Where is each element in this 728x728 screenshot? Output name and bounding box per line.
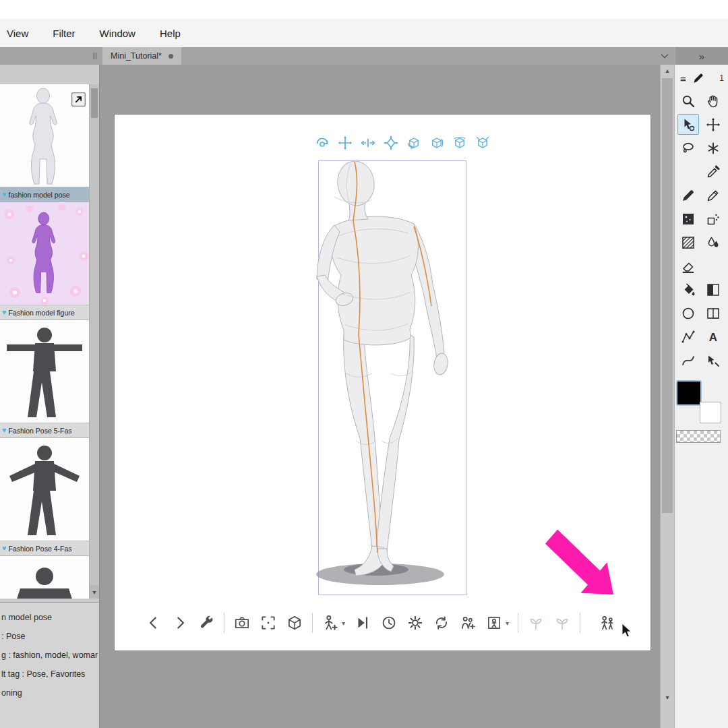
mouse-cursor — [620, 623, 634, 639]
materials-scrollbar-thumb[interactable] — [91, 88, 98, 118]
toolbar-separator — [580, 613, 580, 633]
cube-rotate-x-icon[interactable] — [429, 135, 445, 151]
scroll-up-arrow-icon[interactable]: ▴ — [661, 67, 674, 74]
document-tab-title: Mini_Tutorial* — [111, 51, 162, 61]
material-label-text: Fashion Pose 5-Fas — [9, 427, 72, 435]
main-color-swatch[interactable] — [676, 380, 702, 406]
tool-hatch[interactable] — [677, 232, 699, 253]
material-info-line: g : fashion, model, woman, girl — [1, 646, 98, 665]
chevron-right-icon[interactable] — [171, 614, 189, 632]
favorite-heart-icon: ♥ — [2, 309, 7, 316]
material-thumbnail[interactable] — [0, 320, 90, 423]
toolbar-separator — [224, 613, 224, 633]
tool-circle-shape[interactable] — [677, 303, 699, 324]
tool-size-value: 1 — [719, 73, 724, 83]
material-item[interactable] — [0, 556, 90, 599]
cube-rotate-z-icon[interactable] — [452, 135, 468, 151]
scroll-down-arrow-icon[interactable]: ▾ — [661, 694, 674, 701]
material-label: ♥Fashion Pose 5-Fas — [0, 423, 90, 438]
tool-eyedropper[interactable] — [702, 161, 724, 182]
modified-indicator — [169, 54, 173, 59]
material-info: n model pose: Poseg : fashion, model, wo… — [0, 602, 99, 728]
gear-icon[interactable] — [406, 614, 424, 632]
tab-overflow-button[interactable]: » — [675, 47, 728, 65]
tool-blend[interactable] — [702, 232, 724, 253]
clock-icon[interactable] — [380, 614, 398, 632]
tool-polyline[interactable] — [677, 326, 699, 347]
tool-pencil[interactable] — [702, 185, 724, 206]
dropdown-caret-icon[interactable]: ▾ — [506, 619, 509, 627]
wrench-icon[interactable] — [198, 614, 215, 632]
canvas-scrollbar[interactable]: ▴ ▾ — [660, 65, 674, 728]
tool-eraser[interactable] — [677, 255, 699, 276]
sub-color-swatch[interactable] — [700, 402, 721, 423]
material-item[interactable]: ♥Fashion Pose 5-Fas — [0, 320, 90, 438]
plant-right-icon[interactable] — [553, 614, 571, 632]
box-figure-icon[interactable] — [485, 614, 503, 632]
tool-pen[interactable] — [677, 185, 699, 206]
cube-free-icon[interactable] — [475, 135, 491, 151]
canvas-scrollbar-thumb[interactable] — [662, 78, 673, 513]
material-item[interactable]: ♥fashion model pose — [0, 84, 90, 202]
camera-zoom-icon[interactable] — [360, 135, 376, 151]
material-thumbnail[interactable] — [0, 556, 90, 599]
cube-rotate-y-icon[interactable] — [406, 135, 422, 151]
object-move-icon[interactable] — [383, 135, 399, 151]
menu-item-filter[interactable]: Filter — [53, 28, 75, 39]
crop-frame-icon[interactable] — [260, 614, 277, 632]
3d-figure[interactable] — [311, 156, 466, 598]
camera-pan-icon[interactable] — [337, 135, 353, 151]
camera-icon[interactable] — [233, 614, 251, 632]
chevron-down-icon[interactable] — [659, 51, 670, 61]
tool-magnifier[interactable] — [677, 90, 699, 111]
plant-left-icon[interactable] — [527, 614, 545, 632]
menu-item-help[interactable]: Help — [160, 28, 181, 39]
material-thumbnail[interactable] — [0, 202, 90, 305]
tool-curve[interactable] — [677, 350, 699, 371]
tool-gradient[interactable] — [702, 279, 724, 300]
rotate-cycle-icon[interactable] — [433, 614, 450, 632]
transparent-color-swatch[interactable] — [676, 430, 721, 443]
tool-move[interactable] — [702, 114, 724, 135]
materials-panel: ♥fashion model pose♥Fashion model figure… — [0, 65, 100, 728]
people-add-icon[interactable] — [459, 614, 477, 632]
chevron-left-icon[interactable] — [145, 614, 162, 632]
material-label: ♥Fashion model figure — [0, 305, 90, 320]
toolbar-separator — [518, 613, 518, 633]
tool-dark-brush[interactable] — [677, 208, 699, 229]
favorite-heart-icon: ♥ — [2, 191, 7, 198]
cube-icon[interactable] — [286, 614, 303, 632]
export-icon[interactable] — [70, 91, 87, 108]
tool-bucket[interactable] — [677, 279, 699, 300]
menu-hamburger-icon[interactable]: ≡ — [680, 73, 686, 84]
tool-object-select[interactable] — [677, 114, 699, 135]
dropdown-caret-icon[interactable]: ▾ — [342, 619, 345, 627]
scroll-down-arrow-icon[interactable]: ▾ — [90, 585, 99, 599]
material-item[interactable]: ♥Fashion model figure — [0, 202, 90, 320]
materials-list: ♥fashion model pose♥Fashion model figure… — [0, 84, 90, 599]
material-info-line: : Pose — [1, 627, 98, 646]
tool-decoration[interactable] — [702, 208, 724, 229]
tool-asterisk[interactable] — [702, 138, 724, 158]
material-thumbnail[interactable] — [0, 438, 90, 541]
people-pair-icon[interactable] — [599, 614, 616, 632]
tool-lasso[interactable] — [677, 138, 699, 158]
tool-flow-select[interactable] — [702, 350, 724, 371]
figure-add-icon[interactable] — [322, 614, 339, 632]
grip-icon[interactable] — [90, 51, 100, 61]
camera-rotate-icon[interactable] — [314, 135, 330, 151]
menu-item-view[interactable]: View — [7, 28, 28, 39]
materials-scrollbar[interactable]: ▾ — [89, 84, 99, 599]
document-tab[interactable]: Mini_Tutorial* — [102, 47, 181, 65]
tool-hand[interactable] — [702, 90, 724, 111]
tab-bar: Mini_Tutorial* » — [0, 47, 728, 65]
material-info-line: lt tag : Pose, Favorites — [1, 665, 98, 684]
material-label-text: Fashion model figure — [9, 309, 75, 317]
material-info-line: n model pose — [1, 608, 98, 627]
menu-item-window[interactable]: Window — [100, 28, 135, 39]
skip-end-icon[interactable] — [354, 614, 371, 632]
tool-text-tool[interactable]: A — [702, 326, 724, 347]
material-item[interactable]: ♥Fashion Pose 4-Fas — [0, 438, 90, 556]
tool-frame-tool[interactable] — [702, 303, 724, 324]
material-thumbnail[interactable] — [0, 84, 90, 187]
